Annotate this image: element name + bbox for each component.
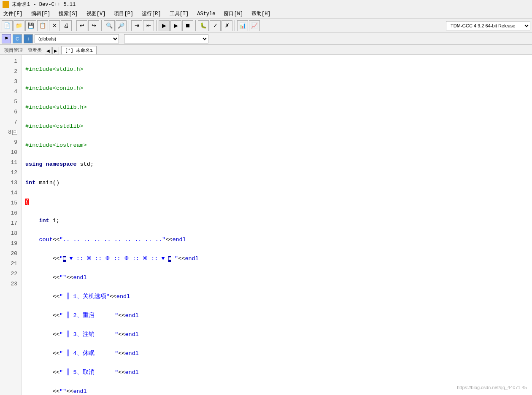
menu-file[interactable]: 文件[F] — [2, 9, 24, 18]
toolbar-separator-6 — [235, 20, 235, 31]
line-num-13: 13 — [0, 178, 19, 188]
secondary-toolbar: ⚑ C i (globals) — [0, 33, 532, 45]
editor-wrapper: 1 2 3 4 5 6 7 8 □ 9 10 11 12 13 14 15 16… — [0, 55, 532, 395]
line-num-10: 10 — [0, 148, 19, 158]
compiler-select[interactable]: TDM-GCC 4.9.2 64-bit Release — [446, 21, 530, 30]
close-button[interactable]: ✕ — [49, 20, 60, 31]
info-button[interactable]: i — [24, 34, 33, 43]
active-tab[interactable]: [*] 未命名1 — [61, 46, 97, 54]
line-num-14: 14 — [0, 188, 19, 198]
project-manager-label[interactable]: 项目管理 — [2, 46, 25, 54]
code-line-12: <<""<<endl — [25, 274, 529, 284]
menu-view[interactable]: 视图[V] — [85, 9, 108, 18]
tab-next-button[interactable]: ▶ — [52, 47, 59, 54]
code-line-8: { — [25, 198, 529, 208]
tab-bar: 项目管理 查看类 ◀ ▶ [*] 未命名1 — [0, 45, 532, 55]
replace-button[interactable]: 🔎 — [116, 20, 127, 31]
code-line-13: <<" ┃ 1、关机选项"<<endl — [25, 293, 529, 303]
code-line-5: #include<iostream> — [25, 141, 529, 151]
menu-tools[interactable]: 工具[T] — [168, 9, 191, 18]
line-num-9: 9 — [0, 137, 19, 148]
code-line-4: #include<cstdlib> — [25, 122, 529, 132]
line-num-3: 3 — [0, 77, 19, 87]
line-num-2: 2 — [0, 67, 19, 77]
new-button[interactable]: 📄 — [2, 20, 13, 31]
window-title: 未命名1 - Dev-C++ 5.11 — [12, 1, 76, 8]
fold-icon-8[interactable]: □ — [12, 130, 17, 135]
run-button[interactable]: ▶ — [170, 20, 181, 31]
redo-button[interactable]: ↪ — [88, 20, 99, 31]
menu-window[interactable]: 窗口[W] — [222, 9, 245, 18]
code-line-9: int i; — [25, 217, 529, 227]
editor-container: 1 2 3 4 5 6 7 8 □ 9 10 11 12 13 14 15 16… — [0, 55, 532, 395]
undo-button[interactable]: ↩ — [76, 20, 87, 31]
indent-button[interactable]: ⇥ — [131, 20, 142, 31]
code-line-10: cout<<".. .. .. .. .. .. .. .. .. .."<<e… — [25, 236, 529, 246]
code-line-7: int main() — [25, 179, 529, 189]
toolbar-separator-2 — [101, 20, 102, 31]
menu-bar: 文件[F] 编辑[E] 搜索[S] 视图[V] 项目[P] 运行[R] 工具[T… — [0, 9, 532, 19]
line-num-19: 19 — [0, 239, 19, 249]
title-bar: 未命名1 - Dev-C++ 5.11 — [0, 0, 532, 9]
line-num-21: 21 — [0, 259, 19, 269]
bookmark-button[interactable]: ⚑ — [2, 34, 11, 43]
line-num-22: 22 — [0, 269, 19, 279]
menu-help[interactable]: 帮助[H] — [250, 9, 273, 18]
line-num-5: 5 — [0, 97, 19, 107]
toolbar-separator-5 — [195, 20, 196, 31]
line-num-17: 17 — [0, 218, 19, 228]
line-num-11: 11 — [0, 158, 19, 168]
line-num-23: 23 — [0, 279, 19, 289]
open-button[interactable]: 📁 — [14, 20, 24, 31]
watermark: https://blog.csdn.net/qq_44071 45 — [457, 385, 527, 390]
line-num-20: 20 — [0, 249, 19, 259]
toolbar-separator-3 — [129, 20, 129, 31]
unindent-button[interactable]: ⇤ — [143, 20, 154, 31]
app-icon — [3, 1, 9, 8]
tab-prev-button[interactable]: ◀ — [45, 47, 51, 54]
find-button[interactable]: 🔍 — [104, 20, 115, 31]
debug-button[interactable]: 🐛 — [198, 20, 209, 31]
debug-x-button[interactable]: ✗ — [221, 20, 232, 31]
print-button[interactable]: 🖨 — [61, 20, 72, 31]
save-all-button[interactable]: 📋 — [37, 20, 48, 31]
code-line-15: <<" ┃ 3、注销 "<<endl — [25, 331, 529, 341]
line-num-7: 7 — [0, 117, 19, 127]
menu-astyle[interactable]: AStyle — [195, 10, 217, 18]
line-num-12: 12 — [0, 168, 19, 178]
code-line-17: <<" ┃ 5、取消 "<<endl — [25, 368, 529, 379]
line-num-4: 4 — [0, 87, 19, 97]
code-line-11: <<"■ ▼ :: ※ :: ※ :: ※ :: ※ :: ▼ ■ "<<end… — [25, 255, 529, 265]
line-num-6: 6 — [0, 107, 19, 117]
line-num-15: 15 — [0, 198, 19, 208]
profile-button[interactable]: 📈 — [249, 20, 260, 31]
code-line-3: #include<stdlib.h> — [25, 103, 529, 113]
code-line-1: #include<stdio.h> — [25, 65, 529, 75]
stop-button[interactable]: ⏹ — [182, 20, 193, 31]
debug-stop-button[interactable]: ✓ — [210, 20, 221, 31]
scope-dropdown[interactable] — [124, 34, 208, 43]
code-line-2: #include<conio.h> — [25, 84, 529, 94]
main-toolbar: 📄 📁 💾 📋 ✕ 🖨 ↩ ↪ 🔍 🔎 ⇥ ⇤ ▶ ▶ ⏹ 🐛 ✓ ✗ 📊 📈 … — [0, 19, 532, 33]
code-line-18: <<""<<endl — [25, 387, 529, 395]
code-editor[interactable]: #include<stdio.h> #include<conio.h> #inc… — [22, 55, 532, 395]
line-num-8: 8 □ — [0, 127, 19, 137]
class-button[interactable]: C — [13, 34, 22, 43]
menu-search[interactable]: 搜索[S] — [57, 9, 80, 18]
save-button[interactable]: 💾 — [25, 20, 36, 31]
line-numbers: 1 2 3 4 5 6 7 8 □ 9 10 11 12 13 14 15 16… — [0, 55, 22, 395]
line-num-18: 18 — [0, 228, 19, 239]
chart-button[interactable]: 📊 — [237, 20, 248, 31]
menu-run[interactable]: 运行[R] — [140, 9, 163, 18]
menu-edit[interactable]: 编辑[E] — [30, 9, 52, 18]
compile-button[interactable]: ▶ — [159, 20, 170, 31]
menu-project[interactable]: 项目[P] — [112, 9, 135, 18]
toolbar-separator-1 — [74, 20, 74, 31]
code-line-16: <<" ┃ 4、休眠 "<<endl — [25, 349, 529, 360]
line-num-1: 1 — [0, 56, 19, 67]
globals-dropdown[interactable]: (globals) — [35, 34, 119, 43]
toolbar-separator-4 — [156, 20, 157, 31]
class-browser-label[interactable]: 查看类 — [25, 46, 44, 54]
line-num-16: 16 — [0, 208, 19, 218]
code-line-14: <<" ┃ 2、重启 "<<endl — [25, 312, 529, 322]
